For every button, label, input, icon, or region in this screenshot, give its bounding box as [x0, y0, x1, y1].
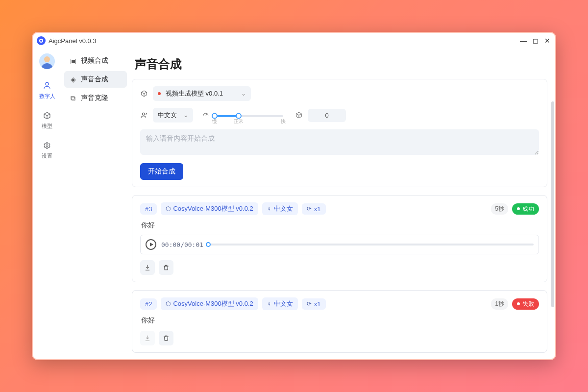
play-button[interactable] [146, 239, 156, 250]
cube-icon: ⬡ [166, 300, 171, 307]
scrollbar[interactable] [551, 101, 554, 307]
svg-point-3 [47, 82, 48, 83]
speed-slider[interactable]: 慢 正常 快 [215, 109, 283, 121]
sidebar: ▣ 视频合成 ◈ 声音合成 ⧉ 声音克隆 [61, 49, 130, 359]
status-badge: 成功 [512, 203, 539, 215]
slider-tick: 正常 [234, 118, 244, 125]
playback-track[interactable] [208, 244, 534, 245]
seed-input[interactable] [308, 109, 346, 122]
speed-icon: ⟳ [307, 300, 312, 307]
digital-human-icon [43, 81, 51, 92]
delete-button[interactable] [159, 260, 173, 275]
clone-icon: ⧉ [69, 94, 77, 102]
person-icon [140, 112, 148, 119]
window-maximize-icon[interactable]: ◻ [533, 37, 539, 45]
history-id-chip: #3 [140, 203, 157, 215]
rail-item-label: 模型 [42, 122, 52, 130]
history-speed-chip: ⟳ x1 [302, 203, 326, 215]
model-select[interactable]: 视频生成模型 v0.0.1 ⌄ [153, 86, 251, 101]
svg-point-4 [46, 145, 48, 147]
cube-icon: ⬡ [166, 205, 171, 212]
playback-time: 00:00/00:01 [161, 241, 203, 248]
history-duration: 1秒 [491, 298, 508, 310]
history-id-chip: #2 [140, 298, 157, 310]
nav-rail: 数字人 模型 设置 [33, 49, 61, 359]
rail-item-label: 数字人 [39, 93, 55, 100]
slider-tick: 慢 [212, 118, 217, 125]
svg-point-1 [40, 40, 42, 42]
sidebar-item-label: 声音克隆 [81, 94, 108, 102]
page-title: 声音合成 [135, 56, 547, 72]
main-content: 声音合成 视频生成模型 v0.0.1 ⌄ [130, 49, 555, 359]
model-select-label: 视频生成模型 v0.0.1 [166, 89, 223, 98]
download-button [140, 331, 155, 345]
history-item: #3 ⬡ CosyVoice-M300模型 v0.0.2 ♀ 中文女 ⟳ x1 [132, 195, 547, 282]
voice-select-label: 中文女 [158, 111, 177, 120]
rail-item-digital-human[interactable]: 数字人 [39, 81, 55, 100]
person-icon: ♀ [267, 300, 271, 307]
text-input[interactable] [140, 129, 539, 155]
slider-tick: 快 [281, 118, 286, 125]
cube-icon [295, 112, 303, 119]
history-model-chip: ⬡ CosyVoice-M300模型 v0.0.2 [161, 202, 258, 215]
sidebar-item-video[interactable]: ▣ 视频合成 [64, 52, 127, 69]
history-voice-chip: ♀ 中文女 [262, 202, 298, 215]
app-logo-icon [37, 36, 46, 45]
audio-player: 00:00/00:01 [140, 235, 539, 254]
cube-icon [43, 112, 51, 122]
svg-point-2 [46, 82, 49, 85]
svg-point-5 [143, 113, 145, 115]
chevron-down-icon: ⌄ [183, 112, 188, 119]
app-window: AigcPanel v0.0.3 — ◻ ✕ 数字人 [32, 32, 556, 360]
speed-icon [202, 112, 210, 119]
history-text: 你好 [141, 221, 539, 230]
rail-item-label: 设置 [42, 152, 52, 160]
history-duration: 5秒 [491, 203, 508, 215]
window-close-icon[interactable]: ✕ [544, 37, 550, 45]
avatar[interactable] [39, 53, 55, 69]
window-minimize-icon[interactable]: — [520, 37, 527, 45]
title-bar: AigcPanel v0.0.3 — ◻ ✕ [33, 33, 555, 49]
history-text: 你好 [141, 316, 539, 325]
download-button[interactable] [140, 260, 155, 275]
sidebar-item-label: 视频合成 [81, 56, 108, 65]
chevron-down-icon: ⌄ [241, 90, 246, 97]
person-icon: ♀ [267, 205, 271, 212]
history-item: #2 ⬡ CosyVoice-M300模型 v0.0.2 ♀ 中文女 ⟳ x1 [132, 290, 547, 353]
audio-icon: ◈ [69, 75, 77, 83]
history-voice-chip: ♀ 中文女 [262, 297, 298, 310]
status-badge: 失败 [512, 298, 539, 310]
start-button[interactable]: 开始合成 [140, 163, 183, 180]
sidebar-item-audio[interactable]: ◈ 声音合成 [64, 71, 127, 88]
rail-item-model[interactable]: 模型 [42, 112, 52, 130]
sidebar-item-clone[interactable]: ⧉ 声音克隆 [64, 90, 127, 106]
rail-item-settings[interactable]: 设置 [42, 142, 52, 160]
video-icon: ▣ [69, 57, 77, 65]
history-model-chip: ⬡ CosyVoice-M300模型 v0.0.2 [161, 297, 258, 310]
history-speed-chip: ⟳ x1 [302, 298, 326, 310]
playback-handle[interactable] [206, 242, 211, 247]
speed-icon: ⟳ [307, 205, 312, 212]
cube-icon [140, 90, 148, 97]
sidebar-item-label: 声音合成 [81, 75, 108, 84]
compose-card: 视频生成模型 v0.0.1 ⌄ 中文女 ⌄ [132, 79, 547, 187]
delete-button[interactable] [159, 331, 173, 345]
voice-select[interactable]: 中文女 ⌄ [153, 108, 193, 122]
status-dot-icon [158, 92, 161, 95]
app-title: AigcPanel v0.0.3 [49, 37, 97, 45]
gear-icon [43, 142, 51, 151]
